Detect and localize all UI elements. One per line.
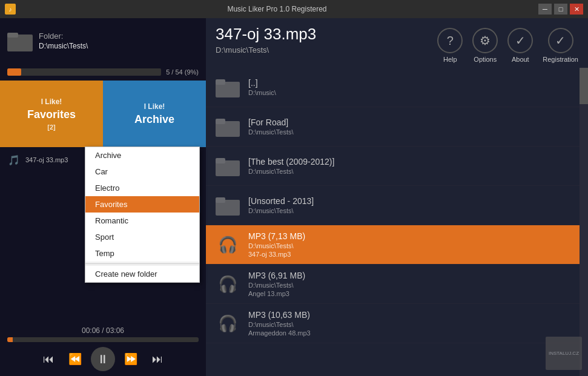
watermark: INSTALUJ.CZ xyxy=(546,337,582,370)
options-button[interactable]: ⚙ Options xyxy=(472,28,498,63)
scrollbar-thumb[interactable] xyxy=(580,68,588,104)
item-details: MP3 (6,91 MB) D:\music\Tests\ Angel 13.m… xyxy=(248,271,580,297)
item-sub: D:\music\Tests\ xyxy=(248,207,580,214)
svg-rect-7 xyxy=(216,158,225,163)
browser-item-parent[interactable]: [..] D:\music\ xyxy=(206,68,588,107)
item-details: [The best (2009-2012)] D:\music\Tests\ xyxy=(248,157,580,175)
create-folder-button[interactable]: Create new folder xyxy=(85,266,199,282)
left-panel: Folder: D:\music\Tests\ 5 / 54 (9%) I Li… xyxy=(0,18,206,376)
progress-bar xyxy=(7,68,161,76)
item-sub: D:\music\Tests\ xyxy=(248,242,580,249)
browser-item-unsorted[interactable]: [Unsorted - 2013] D:\music\Tests\ xyxy=(206,186,588,225)
menu-item-archive[interactable]: Archive xyxy=(85,147,199,163)
main-layout: Folder: D:\music\Tests\ 5 / 54 (9%) I Li… xyxy=(0,18,588,376)
title-text: Music Liker Pro 1.0 Registered xyxy=(16,5,538,13)
forward-button[interactable]: ⏩ xyxy=(120,348,142,370)
menu-item-sport[interactable]: Sport xyxy=(85,229,199,245)
right-header: 347-oj 33.mp3 D:\music\Tests\ ? Help ⚙ O… xyxy=(206,18,588,68)
item-name: [Unsorted - 2013] xyxy=(248,196,580,206)
headphone-icon: 🎧 xyxy=(214,310,241,337)
svg-rect-3 xyxy=(216,79,225,85)
options-icon: ⚙ xyxy=(472,28,498,53)
progress-count: 5 / 54 (9%) xyxy=(166,68,199,76)
folder-label: Folder: xyxy=(39,31,199,41)
help-icon: ? xyxy=(437,28,463,53)
item-name: [The best (2009-2012)] xyxy=(248,157,580,167)
folder-icon xyxy=(214,74,241,101)
menu-item-favorites[interactable]: Favorites xyxy=(85,196,199,213)
browser-item-the-best[interactable]: [The best (2009-2012)] D:\music\Tests\ xyxy=(206,147,588,186)
archive-button[interactable]: I Like! Archive xyxy=(103,81,206,147)
svg-rect-5 xyxy=(216,119,225,124)
options-label: Options xyxy=(474,56,497,63)
item-sub: D:\music\ xyxy=(248,89,580,96)
folder-section: Folder: D:\music\Tests\ xyxy=(0,18,206,64)
favorites-count: [2] xyxy=(47,124,55,131)
browser-item-armageddon[interactable]: 🎧 MP3 (10,63 MB) D:\music\Tests\ Armaged… xyxy=(206,304,588,343)
menu-divider xyxy=(85,263,199,264)
browser-item-for-road[interactable]: [For Road] D:\music\Tests\ xyxy=(206,107,588,147)
player-area: 00:06 / 03:06 ⏮ ⏪ ⏸ ⏩ ⏭ xyxy=(0,322,206,376)
watermark-box: INSTALUJ.CZ xyxy=(546,337,582,370)
music-file-icon: 🎵 xyxy=(7,153,21,167)
dropdown-menu: Archive Car Electro Favorites Romantic S… xyxy=(85,147,200,283)
playback-controls: ⏮ ⏪ ⏸ ⏩ ⏭ xyxy=(7,347,199,371)
folder-info: Folder: D:\music\Tests\ xyxy=(39,31,199,50)
title-bar: ♪ Music Liker Pro 1.0 Registered ─ □ ✕ xyxy=(0,0,588,18)
scrollbar[interactable] xyxy=(580,68,588,376)
minimize-button[interactable]: ─ xyxy=(538,4,552,15)
item-file: Armageddon 48.mp3 xyxy=(248,329,580,337)
item-name: [For Road] xyxy=(248,117,580,127)
song-title: 347-oj 33.mp3 xyxy=(216,25,437,43)
favorites-button[interactable]: I Like! Favorites [2] xyxy=(0,81,103,147)
svg-rect-9 xyxy=(216,197,225,203)
headphone-icon: 🎧 xyxy=(214,271,241,297)
item-file: Angel 13.mp3 xyxy=(248,290,580,297)
restore-button[interactable]: □ xyxy=(554,4,567,15)
close-button[interactable]: ✕ xyxy=(570,4,583,15)
folder-icon xyxy=(214,113,241,140)
item-sub: D:\music\Tests\ xyxy=(248,321,580,328)
headphone-icon: 🎧 xyxy=(214,231,241,258)
item-details: MP3 (7,13 MB) D:\music\Tests\ 347-oj 33.… xyxy=(248,231,580,258)
browser-item-347oj[interactable]: 🎧 MP3 (7,13 MB) D:\music\Tests\ 347-oj 3… xyxy=(206,225,588,265)
folder-icon xyxy=(214,192,241,219)
item-name: MP3 (6,91 MB) xyxy=(248,271,580,280)
item-name: MP3 (7,13 MB) xyxy=(248,231,580,241)
registration-button[interactable]: ✓ Registration xyxy=(543,28,578,63)
item-name: MP3 (10,63 MB) xyxy=(248,310,580,320)
action-buttons: ? Help ⚙ Options ✓ About ✓ Registration xyxy=(437,25,578,63)
archive-like-label: I Like! xyxy=(144,102,165,111)
item-details: MP3 (10,63 MB) D:\music\Tests\ Armageddo… xyxy=(248,310,580,337)
window-controls[interactable]: ─ □ ✕ xyxy=(538,4,583,15)
next-track-button[interactable]: ⏭ xyxy=(147,348,168,370)
app-icon: ♪ xyxy=(5,4,16,15)
menu-item-car[interactable]: Car xyxy=(85,163,199,180)
prev-track-button[interactable]: ⏮ xyxy=(38,348,59,370)
file-browser: [..] D:\music\ [For Road] D:\music\Tests… xyxy=(206,68,588,376)
help-button[interactable]: ? Help xyxy=(437,28,463,63)
menu-item-romantic[interactable]: Romantic xyxy=(85,213,199,229)
help-label: Help xyxy=(443,56,457,63)
folder-icon xyxy=(7,30,33,51)
menu-item-temp[interactable]: Temp xyxy=(85,245,199,262)
rewind-button[interactable]: ⏪ xyxy=(64,348,86,370)
archive-name: Archive xyxy=(134,113,174,126)
progress-section: 5 / 54 (9%) xyxy=(0,64,206,81)
item-sub: D:\music\Tests\ xyxy=(248,168,580,175)
browser-item-angel[interactable]: 🎧 MP3 (6,91 MB) D:\music\Tests\ Angel 13… xyxy=(206,265,588,304)
item-details: [For Road] D:\music\Tests\ xyxy=(248,117,580,136)
about-label: About xyxy=(512,56,529,63)
file-name: 347-oj 33.mp3 xyxy=(25,156,68,163)
right-panel: 347-oj 33.mp3 D:\music\Tests\ ? Help ⚙ O… xyxy=(206,18,588,376)
item-details: [Unsorted - 2013] D:\music\Tests\ xyxy=(248,196,580,214)
seek-fill xyxy=(7,337,13,342)
time-display: 00:06 / 03:06 xyxy=(7,326,199,335)
item-name: [..] xyxy=(248,78,580,88)
progress-fill xyxy=(7,68,21,76)
menu-item-electro[interactable]: Electro xyxy=(85,180,199,196)
song-path: D:\music\Tests\ xyxy=(216,45,437,54)
seek-bar[interactable] xyxy=(7,337,199,342)
play-pause-button[interactable]: ⏸ xyxy=(91,347,115,371)
about-button[interactable]: ✓ About xyxy=(507,28,533,63)
